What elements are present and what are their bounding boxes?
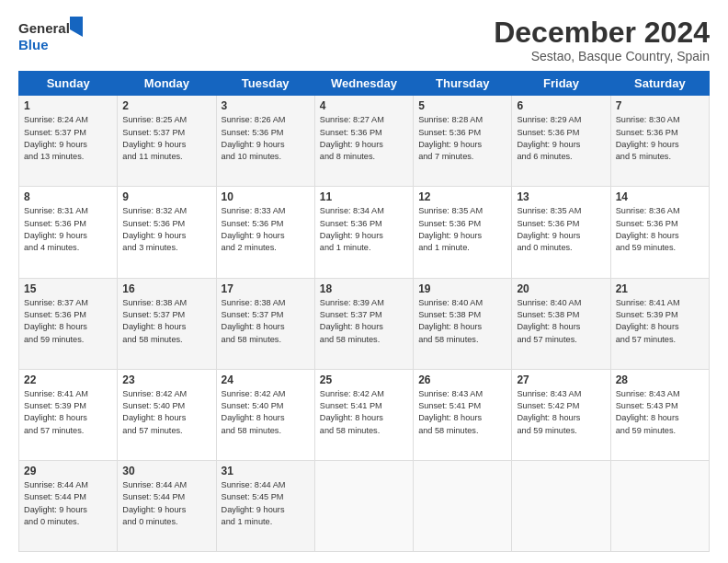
- cell-sun-info: Sunrise: 8:32 AMSunset: 5:36 PMDaylight:…: [122, 205, 210, 254]
- calendar-cell: 14Sunrise: 8:36 AMSunset: 5:36 PMDayligh…: [610, 187, 709, 278]
- day-number: 3: [222, 99, 310, 112]
- calendar-cell: 28Sunrise: 8:43 AMSunset: 5:43 PMDayligh…: [610, 369, 709, 460]
- calendar-cell: 9Sunrise: 8:32 AMSunset: 5:36 PMDaylight…: [118, 187, 216, 278]
- day-number: 18: [320, 282, 408, 295]
- cell-sun-info: Sunrise: 8:44 AMSunset: 5:44 PMDaylight:…: [24, 479, 112, 528]
- day-number: 7: [616, 99, 704, 112]
- cell-sun-info: Sunrise: 8:28 AMSunset: 5:36 PMDaylight:…: [418, 114, 506, 163]
- day-number: 15: [24, 282, 112, 295]
- cell-sun-info: Sunrise: 8:26 AMSunset: 5:36 PMDaylight:…: [222, 114, 310, 163]
- day-number: 30: [122, 465, 210, 477]
- day-number: 16: [122, 282, 210, 295]
- month-title: December 2024: [494, 17, 710, 49]
- weekday-header-tuesday: Tuesday: [216, 72, 314, 96]
- svg-marker-2: [70, 17, 83, 37]
- day-number: 14: [616, 190, 704, 203]
- day-number: 8: [24, 190, 112, 203]
- day-number: 27: [517, 373, 605, 386]
- day-number: 4: [320, 99, 408, 112]
- calendar-cell: 29Sunrise: 8:44 AMSunset: 5:44 PMDayligh…: [19, 460, 118, 551]
- calendar-cell: 11Sunrise: 8:34 AMSunset: 5:36 PMDayligh…: [314, 187, 413, 278]
- cell-sun-info: Sunrise: 8:42 AMSunset: 5:40 PMDaylight:…: [222, 388, 310, 437]
- cell-sun-info: Sunrise: 8:40 AMSunset: 5:38 PMDaylight:…: [517, 297, 605, 346]
- cell-sun-info: Sunrise: 8:43 AMSunset: 5:43 PMDaylight:…: [616, 388, 704, 437]
- svg-text:Blue: Blue: [18, 37, 49, 52]
- day-number: 1: [24, 99, 112, 112]
- day-number: 19: [418, 282, 506, 295]
- day-number: 12: [418, 190, 506, 203]
- calendar-cell: 3Sunrise: 8:26 AMSunset: 5:36 PMDaylight…: [216, 96, 314, 187]
- cell-sun-info: Sunrise: 8:44 AMSunset: 5:44 PMDaylight:…: [122, 479, 210, 528]
- svg-text:General: General: [18, 20, 70, 36]
- calendar-cell: 1Sunrise: 8:24 AMSunset: 5:37 PMDaylight…: [19, 96, 118, 187]
- calendar-cell: 25Sunrise: 8:42 AMSunset: 5:41 PMDayligh…: [314, 369, 413, 460]
- cell-sun-info: Sunrise: 8:40 AMSunset: 5:38 PMDaylight:…: [418, 297, 506, 346]
- day-number: 11: [320, 190, 408, 203]
- calendar-cell: 20Sunrise: 8:40 AMSunset: 5:38 PMDayligh…: [512, 278, 610, 369]
- cell-sun-info: Sunrise: 8:39 AMSunset: 5:37 PMDaylight:…: [320, 297, 408, 346]
- cell-sun-info: Sunrise: 8:41 AMSunset: 5:39 PMDaylight:…: [616, 297, 704, 346]
- calendar-cell: 30Sunrise: 8:44 AMSunset: 5:44 PMDayligh…: [118, 460, 216, 551]
- page-header: General Blue December 2024 Sestao, Basqu…: [18, 17, 710, 63]
- cell-sun-info: Sunrise: 8:44 AMSunset: 5:45 PMDaylight:…: [222, 479, 310, 528]
- day-number: 13: [517, 190, 605, 203]
- calendar-cell: 22Sunrise: 8:41 AMSunset: 5:39 PMDayligh…: [19, 369, 118, 460]
- calendar-cell: 16Sunrise: 8:38 AMSunset: 5:37 PMDayligh…: [118, 278, 216, 369]
- cell-sun-info: Sunrise: 8:42 AMSunset: 5:40 PMDaylight:…: [122, 388, 210, 437]
- calendar-cell: 18Sunrise: 8:39 AMSunset: 5:37 PMDayligh…: [314, 278, 413, 369]
- cell-sun-info: Sunrise: 8:29 AMSunset: 5:36 PMDaylight:…: [517, 114, 605, 163]
- cell-sun-info: Sunrise: 8:34 AMSunset: 5:36 PMDaylight:…: [320, 205, 408, 254]
- calendar-cell: 8Sunrise: 8:31 AMSunset: 5:36 PMDaylight…: [19, 187, 118, 278]
- calendar-cell: 5Sunrise: 8:28 AMSunset: 5:36 PMDaylight…: [414, 96, 512, 187]
- calendar-cell: 10Sunrise: 8:33 AMSunset: 5:36 PMDayligh…: [216, 187, 314, 278]
- calendar-cell: 13Sunrise: 8:35 AMSunset: 5:36 PMDayligh…: [512, 187, 610, 278]
- calendar-cell: 19Sunrise: 8:40 AMSunset: 5:38 PMDayligh…: [414, 278, 512, 369]
- calendar-cell: [314, 460, 413, 551]
- day-number: 6: [517, 99, 605, 112]
- day-number: 20: [517, 282, 605, 295]
- day-number: 28: [616, 373, 704, 386]
- day-number: 23: [122, 373, 210, 386]
- logo-icon: General Blue: [18, 17, 83, 57]
- weekday-header-friday: Friday: [512, 72, 610, 96]
- cell-sun-info: Sunrise: 8:31 AMSunset: 5:36 PMDaylight:…: [24, 205, 112, 254]
- day-number: 9: [122, 190, 210, 203]
- calendar-cell: 23Sunrise: 8:42 AMSunset: 5:40 PMDayligh…: [118, 369, 216, 460]
- cell-sun-info: Sunrise: 8:25 AMSunset: 5:37 PMDaylight:…: [122, 114, 210, 163]
- calendar-cell: [414, 460, 512, 551]
- calendar-cell: 17Sunrise: 8:38 AMSunset: 5:37 PMDayligh…: [216, 278, 314, 369]
- cell-sun-info: Sunrise: 8:43 AMSunset: 5:42 PMDaylight:…: [517, 388, 605, 437]
- cell-sun-info: Sunrise: 8:24 AMSunset: 5:37 PMDaylight:…: [24, 114, 112, 163]
- day-number: 21: [616, 282, 704, 295]
- weekday-header-sunday: Sunday: [19, 72, 118, 96]
- cell-sun-info: Sunrise: 8:42 AMSunset: 5:41 PMDaylight:…: [320, 388, 408, 437]
- cell-sun-info: Sunrise: 8:27 AMSunset: 5:36 PMDaylight:…: [320, 114, 408, 163]
- cell-sun-info: Sunrise: 8:35 AMSunset: 5:36 PMDaylight:…: [418, 205, 506, 254]
- calendar-cell: [512, 460, 610, 551]
- weekday-header-wednesday: Wednesday: [314, 72, 413, 96]
- cell-sun-info: Sunrise: 8:35 AMSunset: 5:36 PMDaylight:…: [517, 205, 605, 254]
- cell-sun-info: Sunrise: 8:41 AMSunset: 5:39 PMDaylight:…: [24, 388, 112, 437]
- day-number: 22: [24, 373, 112, 386]
- day-number: 25: [320, 373, 408, 386]
- day-number: 17: [222, 282, 310, 295]
- day-number: 31: [222, 465, 310, 477]
- day-number: 5: [418, 99, 506, 112]
- weekday-header-monday: Monday: [118, 72, 216, 96]
- day-number: 2: [122, 99, 210, 112]
- calendar-table: SundayMondayTuesdayWednesdayThursdayFrid…: [18, 71, 710, 552]
- calendar-cell: 15Sunrise: 8:37 AMSunset: 5:36 PMDayligh…: [19, 278, 118, 369]
- cell-sun-info: Sunrise: 8:38 AMSunset: 5:37 PMDaylight:…: [122, 297, 210, 346]
- weekday-header-thursday: Thursday: [414, 72, 512, 96]
- calendar-cell: 26Sunrise: 8:43 AMSunset: 5:41 PMDayligh…: [414, 369, 512, 460]
- cell-sun-info: Sunrise: 8:37 AMSunset: 5:36 PMDaylight:…: [24, 297, 112, 346]
- weekday-header-saturday: Saturday: [610, 72, 709, 96]
- day-number: 26: [418, 373, 506, 386]
- calendar-cell: 4Sunrise: 8:27 AMSunset: 5:36 PMDaylight…: [314, 96, 413, 187]
- cell-sun-info: Sunrise: 8:36 AMSunset: 5:36 PMDaylight:…: [616, 205, 704, 254]
- cell-sun-info: Sunrise: 8:30 AMSunset: 5:36 PMDaylight:…: [616, 114, 704, 163]
- logo: General Blue: [18, 17, 83, 57]
- calendar-cell: [610, 460, 709, 551]
- calendar-cell: 31Sunrise: 8:44 AMSunset: 5:45 PMDayligh…: [216, 460, 314, 551]
- cell-sun-info: Sunrise: 8:33 AMSunset: 5:36 PMDaylight:…: [222, 205, 310, 254]
